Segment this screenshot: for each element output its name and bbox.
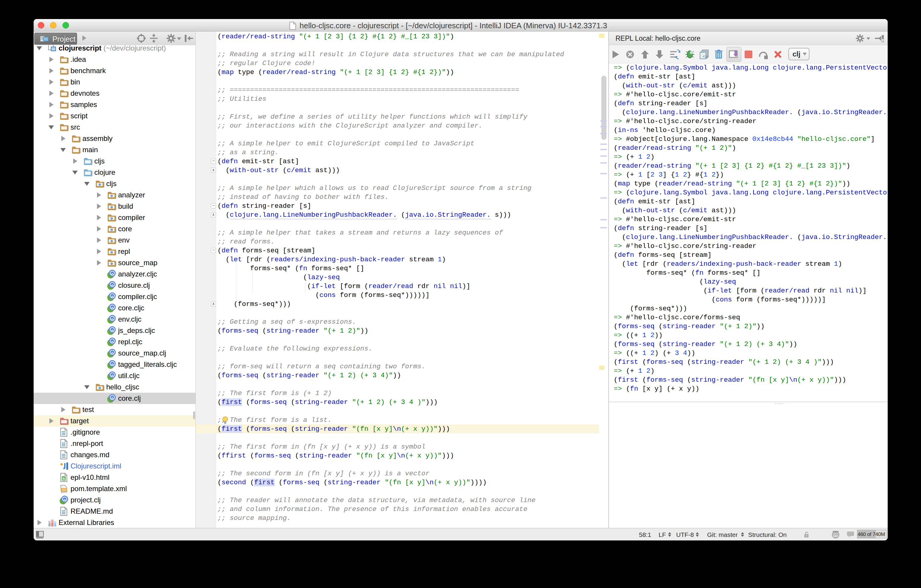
svg-text:<s: <s [703, 54, 708, 59]
svg-text:h: h [63, 476, 65, 481]
svg-text:<>: <> [62, 488, 66, 492]
